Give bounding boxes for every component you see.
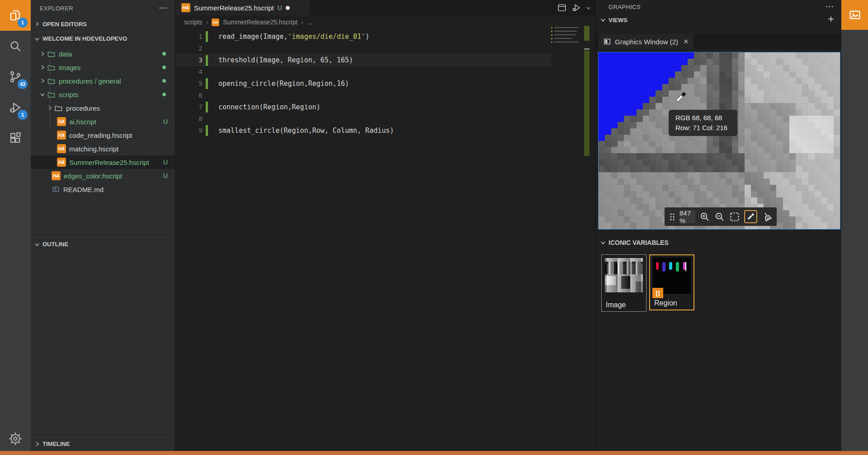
zoom-out-icon[interactable] [714,211,725,222]
breadcrumb-scripts[interactable]: scripts [184,19,202,26]
workspace-label: WELCOME IN HDEVELOPEVO [42,35,127,42]
tree-item-matching-hscript[interactable]: HAmatching.hscript [31,142,175,155]
graphics-more-actions-icon[interactable]: ··· [826,3,841,11]
modified-line-marker [206,78,208,89]
graphics-window-viewport[interactable]: RGB 68, 68, 68 Row: 71 Col: 216 847 % [598,52,840,230]
zoomed-image-view[interactable] [599,52,840,229]
tab-git-badge: U [278,4,282,11]
graphics-window-tab-label: Graphics Window (2) [615,38,678,46]
activity-explorer[interactable]: 1 [0,0,31,31]
section-iconic-variables[interactable]: ICONIC VARIABLES [596,236,841,249]
zoom-level-value[interactable]: 847 % [679,210,695,223]
editor-tab-bar: HA SummerRelease25.hscript U [176,0,595,15]
activity-run-debug[interactable]: 1 [0,92,31,123]
graphics-window-tab[interactable]: Graphics Window (2) × [599,34,693,49]
line-number: 6 [176,92,203,99]
image-icon [849,9,861,21]
section-outline[interactable]: OUTLINE [31,237,175,251]
tree-item-scripts[interactable]: scripts [31,88,175,101]
pixel-info-tooltip: RGB 68, 68, 68 Row: 71 Col: 216 [669,110,737,136]
variable-thumbnail-image[interactable]: Image [601,254,646,312]
code-line-1[interactable]: 1read_image(Image,'images/die/die_01') [176,31,551,42]
code-line-6[interactable]: 6 [176,89,551,101]
explorer-sidebar: EXPLORER ··· OPEN EDITORS WELCOME IN HDE… [31,0,175,451]
breadcrumb-file[interactable]: SummerRelease25.hscript [223,19,297,26]
line-number: 5 [176,80,203,87]
tree-item-procedures[interactable]: procedures [31,101,175,115]
status-bar[interactable] [0,451,868,455]
sidebar-title: EXPLORER [31,5,159,12]
line-number: 7 [176,103,203,111]
code-line-9[interactable]: 9smallest_circle(Region,Row, Column, Rad… [176,125,551,136]
section-views[interactable]: VIEWS [596,14,841,26]
section-timeline[interactable]: TIMELINE [31,437,175,450]
graphics-panel-title: GRAPHICS [596,4,826,10]
code-line-3[interactable]: 3threshold(Image, Region, 65, 165) [176,54,551,66]
settings-gear-button[interactable] [0,425,31,452]
code-line-4[interactable]: 4 [176,66,551,78]
eyedropper-cursor-icon [672,89,689,106]
chevron-down-icon [34,242,40,247]
code-line-8[interactable]: 8 [176,113,551,125]
pixel-picker-tool-icon[interactable] [744,210,757,223]
code-text: threshold(Image, Region, 65, 165) [218,56,353,64]
code-line-7[interactable]: 7connection(Region,Region) [176,101,551,113]
variable-thumbnail-region[interactable]: [] Region [649,254,694,310]
region-blob [662,262,665,272]
add-view-button[interactable]: + [828,13,834,25]
line-number: 1 [176,33,203,40]
tree-item-code-reading-hscript[interactable]: HAcode_reading.hscript [31,128,175,142]
image-variable-preview [605,258,643,292]
activity-extensions[interactable] [0,123,31,154]
outline-label: OUTLINE [42,241,68,248]
tree-item-ai-hscript[interactable]: HAai.hscriptU [31,115,175,128]
activity-source-control[interactable]: 43 [0,61,31,92]
breadcrumb-symbol[interactable]: ... [307,19,312,26]
tree-item-label: scripts [59,91,175,99]
unsaved-dot-icon[interactable] [286,6,290,10]
hscript-file-icon: HA [181,3,190,12]
run-script-icon[interactable] [571,3,581,13]
line-number: 4 [176,68,203,75]
tree-item-readme-md[interactable]: README.md [31,183,175,196]
sidebar-more-actions-icon[interactable]: ··· [159,4,175,12]
rect-select-icon[interactable] [729,211,740,222]
minimap[interactable] [551,25,580,156]
folder-icon [47,63,56,72]
tab-summerrelease25[interactable]: HA SummerRelease25.hscript U [176,0,310,15]
hscript-file-icon: HA [52,171,61,180]
editor-layout-icon[interactable] [557,3,567,13]
section-workspace[interactable]: WELCOME IN HDEVELOPEVO [31,32,175,45]
hscript-file-icon: HA [57,158,66,167]
chevron-down-icon [600,17,606,23]
drag-handle-icon[interactable] [669,212,675,222]
tree-item-data[interactable]: data [31,47,175,61]
hscript-file-icon: HA [57,144,66,153]
code-line-2[interactable]: 2 [176,42,551,54]
git-modified-dot [162,79,166,83]
activity-search[interactable] [0,31,31,61]
clear-broom-icon[interactable] [761,211,772,222]
chevron-right-icon [40,51,45,56]
tree-item-images[interactable]: images [31,61,175,74]
tree-item-summerrelease25-hscript[interactable]: HASummerRelease25.hscriptU [31,155,175,169]
line-number: 2 [176,45,203,52]
code-line-5[interactable]: 5opening_circle(Region,Region,16) [176,78,551,89]
section-open-editors[interactable]: OPEN EDITORS [31,17,175,31]
folder-icon [47,50,56,58]
code-text: smallest_circle(Region,Row, Column, Radi… [218,127,394,135]
git-status-badge: U [163,172,168,179]
extensions-icon [9,131,22,145]
activity-graphics[interactable] [841,0,868,30]
close-icon[interactable]: × [684,37,689,47]
explorer-badge: 1 [18,18,28,28]
modified-line-marker [206,102,208,113]
modified-line-marker [206,31,208,42]
tree-item-label: images [59,64,175,71]
tree-item-procedures-general[interactable]: procedures / general [31,74,175,88]
tree-item-edges-color-hscript[interactable]: HAedges_color.hscriptU [31,169,175,183]
modified-line-marker [206,55,208,66]
zoom-in-icon[interactable] [699,211,710,222]
code-editor[interactable]: 1read_image(Image,'images/die/die_01')23… [176,31,551,136]
line-number: 8 [176,115,203,122]
